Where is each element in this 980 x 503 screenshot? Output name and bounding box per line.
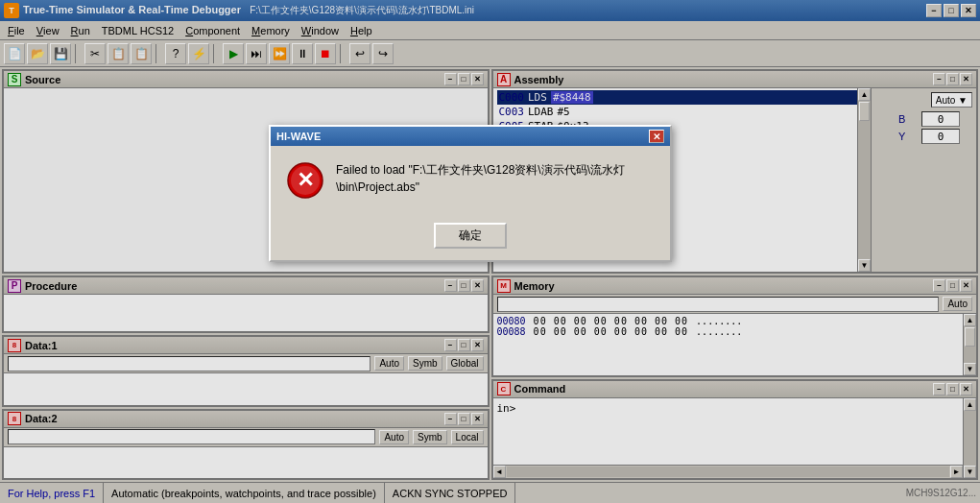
- dialog-close-button[interactable]: ✕: [649, 130, 664, 143]
- dialog-message: Failed to load "F:\工作文件夹\G128资料\演示代码\流水灯…: [336, 161, 655, 196]
- error-icon: ✕: [286, 161, 324, 200]
- dialog-title: HI-WAVE: [276, 131, 321, 142]
- dialog-title-bar: HI-WAVE ✕: [271, 127, 670, 146]
- hi-wave-dialog: HI-WAVE ✕ ✕ Failed to load "F:\工作文件夹\G12…: [269, 125, 672, 262]
- dialog-footer: 确定: [271, 215, 670, 260]
- dialog-ok-button[interactable]: 确定: [434, 223, 507, 249]
- dialog-overlay: HI-WAVE ✕ ✕ Failed to load "F:\工作文件夹\G12…: [0, 0, 980, 503]
- svg-text:✕: ✕: [297, 168, 314, 192]
- dialog-body: ✕ Failed to load "F:\工作文件夹\G128资料\演示代码\流…: [271, 146, 670, 215]
